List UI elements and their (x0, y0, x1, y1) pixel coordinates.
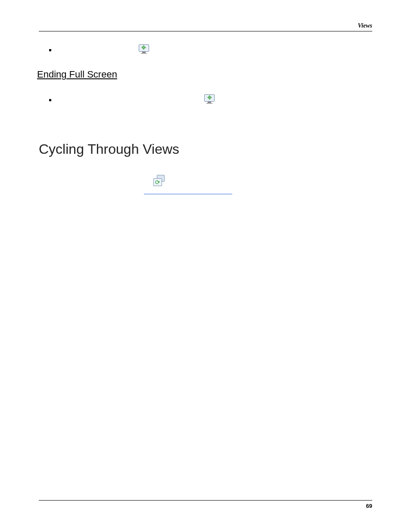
bullet-list-1: Click the ✥ (39, 44, 372, 55)
bullet-text: Click the (55, 45, 80, 54)
cycle-action-row: ⟳ (39, 175, 372, 186)
page-number: 69 (366, 503, 372, 509)
cycle-views-icon: ⟳ (153, 175, 165, 186)
fullscreen-monitor-icon: ✥ (204, 94, 216, 105)
bullet-dot (49, 49, 51, 51)
page-header: Views (39, 22, 372, 31)
link-row (43, 189, 372, 198)
cycling-through-views-link[interactable] (144, 193, 232, 194)
bullet-dot (49, 99, 51, 101)
breadcrumb: Views (358, 22, 372, 29)
page-footer: 69 (39, 500, 372, 510)
heading-ending-full-screen: Ending Full Screen (37, 68, 372, 81)
bullet-list-2: To end full screen, click the ✥ (39, 94, 372, 105)
fullscreen-monitor-icon: ✥ (138, 44, 150, 55)
bullet-item-end-fullscreen: To end full screen, click the ✥ (39, 94, 372, 105)
heading-cycling-through-views: Cycling Through Views (39, 139, 372, 159)
bullet-text: To end full screen, click the (55, 95, 132, 104)
bullet-item-click-fullscreen: Click the ✥ (39, 44, 372, 55)
document-page: Views Click the ✥ Ending Full Screen To … (0, 0, 411, 532)
